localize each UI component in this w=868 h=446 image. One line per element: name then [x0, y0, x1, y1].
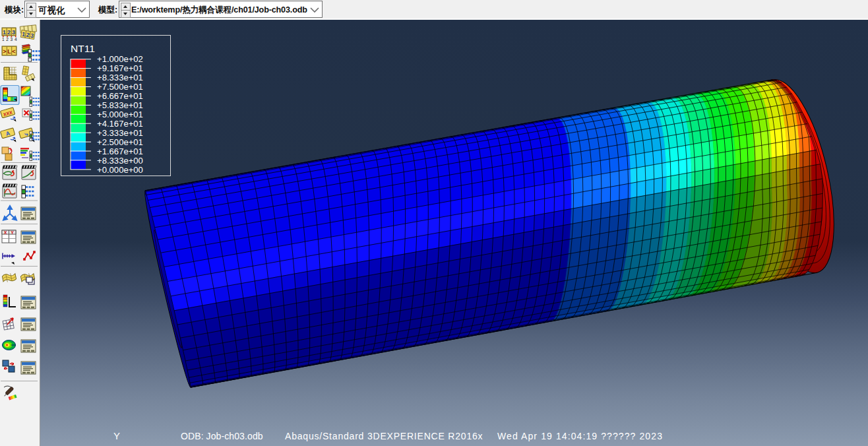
- svg-text:+3.333e+01: +3.333e+01: [97, 128, 143, 138]
- svg-text:+2.500e+01: +2.500e+01: [97, 137, 143, 147]
- svg-text:1: 1: [2, 37, 5, 42]
- svg-text:>: >: [3, 48, 6, 55]
- svg-text:Y: Y: [113, 430, 120, 441]
- svg-text:2: 2: [6, 37, 9, 42]
- svg-text:+9.167e+01: +9.167e+01: [97, 63, 143, 73]
- svg-text:2: 2: [7, 29, 11, 36]
- svg-text:X: X: [4, 230, 7, 235]
- svg-text:+5.000e+01: +5.000e+01: [97, 110, 143, 119]
- svg-text:+4.167e+01: +4.167e+01: [97, 119, 143, 129]
- svg-text:<: <: [12, 48, 15, 55]
- svg-text:NT11: NT11: [71, 43, 95, 54]
- svg-text:ODB: Job-ch03.odb: ODB: Job-ch03.odb: [181, 431, 263, 441]
- svg-text:+1.000e+02: +1.000e+02: [97, 54, 143, 64]
- svg-text:Wed Apr 19 14:04:19 ?????? 202: Wed Apr 19 14:04:19 ?????? 2023: [497, 431, 663, 441]
- svg-text:Y: Y: [11, 230, 14, 235]
- svg-text:+1.667e+01: +1.667e+01: [97, 146, 143, 156]
- svg-text:4: 4: [15, 37, 17, 42]
- svg-text:3: 3: [11, 37, 13, 42]
- svg-text:+7.500e+01: +7.500e+01: [97, 82, 143, 92]
- svg-text:+5.833e+01: +5.833e+01: [97, 100, 143, 110]
- svg-text:+8.333e+00: +8.333e+00: [97, 156, 143, 166]
- svg-text:+0.000e+00: +0.000e+00: [97, 165, 143, 175]
- svg-text:+8.333e+01: +8.333e+01: [97, 73, 143, 82]
- svg-text:L: L: [7, 48, 11, 55]
- svg-text:3: 3: [12, 29, 15, 36]
- svg-text:1: 1: [3, 29, 6, 36]
- svg-text:Abaqus/Standard 3DEXPERIENCE R: Abaqus/Standard 3DEXPERIENCE R2016x: [285, 431, 483, 441]
- svg-text:+6.667e+01: +6.667e+01: [97, 91, 143, 101]
